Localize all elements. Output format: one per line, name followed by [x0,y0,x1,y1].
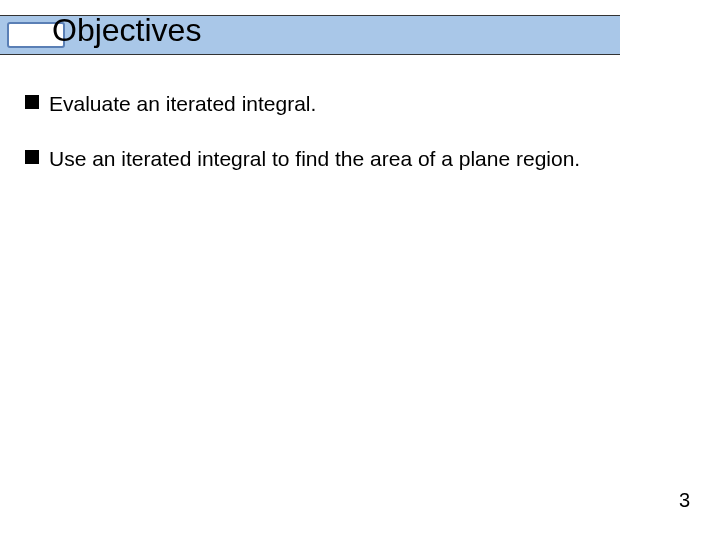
list-item: Use an iterated integral to find the are… [25,145,695,172]
bullet-text: Use an iterated integral to find the are… [49,145,580,172]
content-area: Evaluate an iterated integral. Use an it… [25,90,695,201]
page-number: 3 [679,489,690,512]
page-title: Objectives [52,12,201,49]
list-item: Evaluate an iterated integral. [25,90,695,117]
bullet-square-icon [25,150,39,164]
bullet-square-icon [25,95,39,109]
bullet-text: Evaluate an iterated integral. [49,90,316,117]
